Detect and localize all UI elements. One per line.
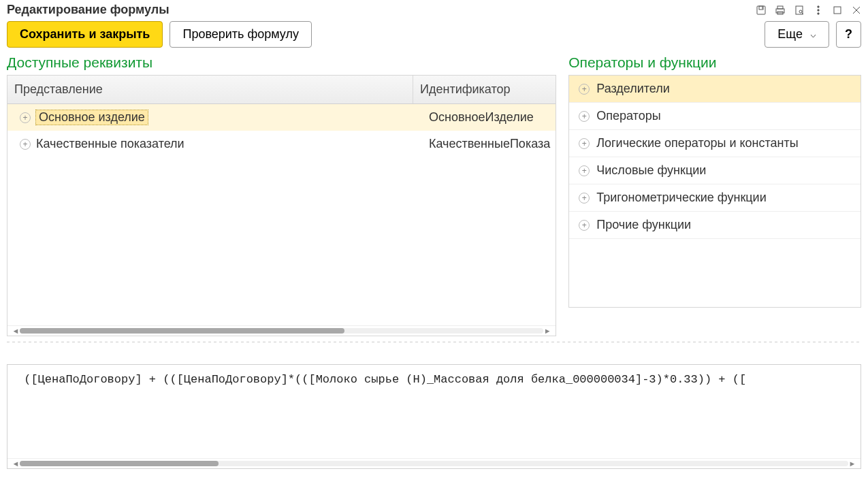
operators-title: Операторы и функции	[568, 50, 861, 75]
operators-group-label: Числовые функции	[596, 163, 706, 178]
expand-icon[interactable]: +	[579, 193, 590, 204]
expand-icon[interactable]: +	[20, 112, 31, 123]
attributes-title: Доступные реквизиты	[7, 50, 556, 75]
operators-group[interactable]: + Числовые функции	[569, 157, 861, 184]
operators-group-label: Разделители	[596, 82, 670, 96]
scroll-right-arrow-icon[interactable]: ►	[848, 459, 856, 468]
maximize-icon[interactable]	[831, 4, 843, 16]
svg-point-10	[818, 9, 819, 10]
expand-icon[interactable]: +	[579, 111, 590, 122]
save-icon[interactable]	[755, 4, 767, 16]
svg-rect-0	[757, 6, 765, 14]
scroll-right-arrow-icon[interactable]: ►	[543, 327, 551, 335]
table-row[interactable]: + Качественные показатели КачественныеПо…	[7, 131, 556, 157]
help-button[interactable]: ?	[836, 21, 861, 48]
expand-icon[interactable]: +	[20, 139, 31, 150]
attributes-table: Представление Идентификатор + Основное и…	[7, 75, 556, 336]
row-representation: Качественные показатели	[36, 137, 184, 151]
expand-icon[interactable]: +	[579, 165, 590, 176]
row-representation: Основное изделие	[36, 110, 148, 125]
operators-group[interactable]: + Прочие функции	[569, 212, 861, 239]
operators-group[interactable]: + Тригонометрические функции	[569, 184, 861, 212]
svg-point-7	[799, 10, 802, 13]
operators-tree: + Разделители + Операторы + Логические о…	[568, 75, 861, 308]
svg-rect-3	[777, 6, 783, 9]
attributes-horizontal-scrollbar[interactable]: ◄ ►	[7, 325, 556, 336]
operators-group[interactable]: + Операторы	[569, 103, 861, 130]
operators-group-label: Прочие функции	[596, 218, 691, 232]
attributes-header-identifier[interactable]: Идентификатор	[413, 76, 556, 103]
save-close-button[interactable]: Сохранить и закрыть	[7, 21, 163, 48]
svg-point-11	[818, 12, 819, 14]
kebab-icon[interactable]	[812, 4, 824, 16]
more-button[interactable]: Еще	[765, 21, 829, 48]
operators-panel: Операторы и функции + Разделители + Опер…	[568, 50, 861, 336]
row-identifier: ОсновноеИзделие	[417, 104, 556, 131]
expand-icon[interactable]: +	[579, 84, 590, 95]
operators-group-label: Тригонометрические функции	[596, 191, 766, 205]
horizontal-splitter[interactable]	[7, 342, 861, 342]
preview-icon[interactable]	[793, 4, 805, 16]
svg-rect-12	[834, 7, 841, 14]
formula-textarea[interactable]: ([ЦенаПоДоговору] + (([ЦенаПоДоговору]*(…	[7, 365, 861, 458]
formula-horizontal-scrollbar[interactable]: ◄ ►	[7, 458, 861, 468]
main-area: Доступные реквизиты Представление Иденти…	[0, 50, 868, 336]
more-button-label: Еще	[777, 27, 803, 41]
titlebar-icons	[755, 4, 863, 16]
operators-group-label: Операторы	[596, 109, 660, 123]
operators-group[interactable]: + Логические операторы и константы	[569, 130, 861, 157]
close-icon[interactable]	[850, 4, 863, 16]
row-identifier: КачественныеПоказа	[417, 131, 556, 157]
check-formula-button[interactable]: Проверить формулу	[170, 21, 312, 48]
scroll-track[interactable]	[20, 328, 543, 334]
window-title: Редактирование формулы	[7, 3, 170, 17]
scroll-track[interactable]	[20, 461, 848, 466]
expand-icon[interactable]: +	[579, 220, 590, 231]
scroll-left-arrow-icon[interactable]: ◄	[12, 459, 20, 468]
attributes-table-body: + Основное изделие ОсновноеИзделие + Кач…	[7, 104, 556, 325]
available-attributes-panel: Доступные реквизиты Представление Иденти…	[7, 50, 556, 336]
table-row[interactable]: + Основное изделие ОсновноеИзделие	[7, 104, 556, 131]
formula-editor: ([ЦенаПоДоговору] + (([ЦенаПоДоговору]*(…	[7, 364, 861, 469]
toolbar: Сохранить и закрыть Проверить формулу Ещ…	[0, 21, 868, 50]
titlebar: Редактирование формулы	[0, 0, 868, 21]
chevron-down-icon	[810, 27, 816, 42]
attributes-header-representation[interactable]: Представление	[7, 76, 413, 103]
scroll-left-arrow-icon[interactable]: ◄	[12, 327, 20, 335]
expand-icon[interactable]: +	[579, 138, 590, 149]
operators-group-label: Логические операторы и константы	[596, 136, 798, 150]
operators-empty-area	[569, 239, 861, 307]
print-icon[interactable]	[774, 4, 786, 16]
attributes-table-header: Представление Идентификатор	[7, 76, 556, 104]
operators-group[interactable]: + Разделители	[569, 76, 861, 103]
svg-point-9	[818, 5, 819, 7]
